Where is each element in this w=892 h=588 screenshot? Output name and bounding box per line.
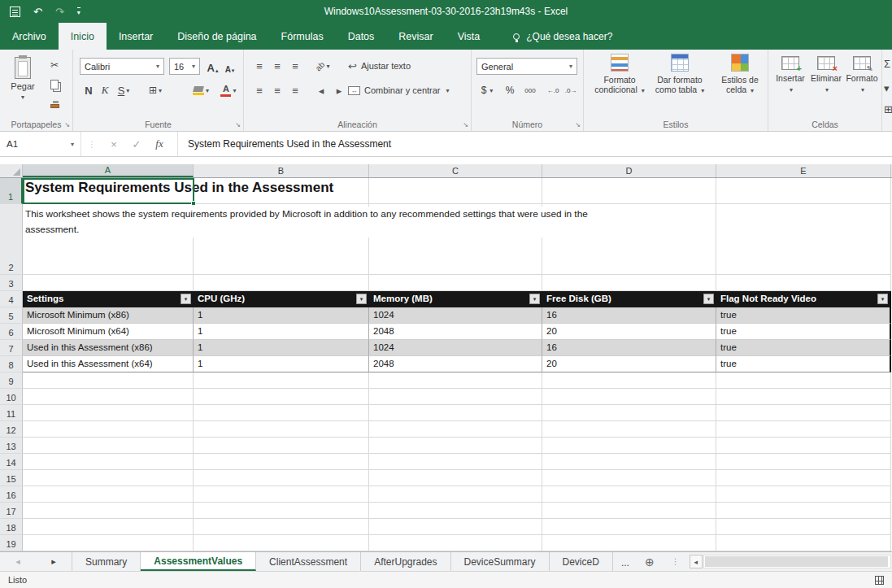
ribbon-tab-vista[interactable]: Vista bbox=[446, 23, 493, 50]
cell-A4[interactable]: Settings▾ bbox=[23, 291, 194, 307]
cell-E12[interactable] bbox=[716, 421, 891, 438]
cell-A6[interactable]: Microsoft Minimum (x64) bbox=[23, 324, 194, 340]
row-header-2[interactable]: 2 bbox=[0, 204, 23, 275]
horizontal-scrollbar[interactable] bbox=[703, 555, 891, 568]
dialog-launcher-icon[interactable]: ↘ bbox=[64, 122, 70, 128]
cell-A18[interactable] bbox=[23, 519, 194, 535]
cell-E9[interactable] bbox=[716, 372, 891, 389]
cell-D12[interactable] bbox=[542, 421, 716, 438]
cell-D11[interactable] bbox=[542, 405, 716, 421]
wrap-text-button[interactable]: ↩ Ajustar texto bbox=[348, 58, 411, 74]
filter-dropdown-icon[interactable]: ▾ bbox=[356, 294, 367, 304]
name-box[interactable]: A1 ▾ bbox=[0, 132, 81, 156]
cell-D8[interactable]: 20 bbox=[542, 356, 716, 372]
cell-E18[interactable] bbox=[716, 519, 891, 535]
cell-B6[interactable]: 1 bbox=[194, 324, 369, 340]
tab-scroll-splitter[interactable]: ⋮ bbox=[662, 552, 690, 571]
row-header-18[interactable]: 18 bbox=[0, 519, 23, 535]
formula-content[interactable]: System Requirements Used in the Assessme… bbox=[177, 132, 892, 156]
ribbon-tab-revisar[interactable]: Revisar bbox=[386, 23, 445, 50]
increase-indent-button[interactable]: ▸ bbox=[330, 82, 348, 98]
ribbon-tab-diseno[interactable]: Diseño de página bbox=[165, 23, 268, 50]
cell-D16[interactable] bbox=[542, 486, 716, 503]
cell-A17[interactable] bbox=[23, 503, 194, 519]
cell-D5[interactable]: 16 bbox=[542, 307, 716, 324]
column-header-E[interactable]: E bbox=[716, 164, 891, 177]
filter-dropdown-icon[interactable]: ▾ bbox=[877, 294, 888, 304]
cell-B4[interactable]: CPU (GHz)▾ bbox=[194, 291, 369, 307]
cell-C18[interactable] bbox=[369, 519, 542, 535]
clear-icon[interactable]: ⊞ bbox=[884, 103, 892, 115]
tabs-overflow-ellipsis[interactable]: ... bbox=[613, 552, 637, 571]
row-header-4[interactable]: 4 bbox=[0, 291, 23, 307]
cell-D19[interactable] bbox=[542, 535, 716, 551]
align-bottom-button[interactable]: ≡ bbox=[286, 58, 304, 74]
cell-A7[interactable]: Used in this Assessment (x86) bbox=[23, 340, 194, 356]
sheet-tab-assessmentvalues[interactable]: AssessmentValues bbox=[141, 552, 256, 571]
align-top-button[interactable]: ≡ bbox=[250, 58, 268, 74]
cell-D10[interactable] bbox=[542, 389, 716, 405]
bold-button[interactable]: N bbox=[80, 82, 98, 98]
cell-E7[interactable]: true bbox=[716, 340, 891, 356]
cell-C4[interactable]: Memory (MB)▾ bbox=[369, 291, 542, 307]
row-header-7[interactable]: 7 bbox=[0, 340, 23, 356]
cell-A16[interactable] bbox=[23, 486, 194, 503]
row-header-15[interactable]: 15 bbox=[0, 470, 23, 486]
cell-D15[interactable] bbox=[542, 470, 716, 486]
cell-C13[interactable] bbox=[369, 438, 542, 454]
row-header-17[interactable]: 17 bbox=[0, 503, 23, 519]
cell-D9[interactable] bbox=[542, 372, 716, 389]
row-header-9[interactable]: 9 bbox=[0, 372, 23, 389]
cell-A19[interactable] bbox=[23, 535, 194, 551]
cell-C10[interactable] bbox=[369, 389, 542, 405]
cell-C15[interactable] bbox=[369, 470, 542, 486]
undo-icon[interactable]: ↶ bbox=[33, 7, 42, 17]
conditional-formatting-button[interactable]: Formato condicional ▾ bbox=[590, 54, 649, 127]
borders-button[interactable]: ⊞▾ bbox=[143, 82, 168, 98]
row-header-11[interactable]: 11 bbox=[0, 405, 23, 421]
hscroll-left-arrow[interactable]: ◂ bbox=[690, 555, 703, 568]
cell-A10[interactable] bbox=[23, 389, 194, 405]
tell-me-box[interactable]: ¿Qué desea hacer? bbox=[513, 23, 612, 50]
column-header-A[interactable]: A bbox=[23, 164, 194, 177]
cell-C9[interactable] bbox=[369, 372, 542, 389]
select-all-button[interactable] bbox=[0, 164, 23, 177]
cell-styles-button[interactable]: Estilos de celda ▾ bbox=[711, 54, 769, 127]
cell-E2[interactable] bbox=[716, 204, 891, 275]
format-cells-button[interactable]: ✎ Formato ▾ bbox=[845, 56, 879, 121]
cell-D17[interactable] bbox=[542, 503, 716, 519]
cell-B3[interactable] bbox=[194, 275, 369, 291]
cell-C16[interactable] bbox=[369, 486, 542, 503]
column-header-B[interactable]: B bbox=[194, 164, 369, 177]
cell-B12[interactable] bbox=[194, 421, 369, 438]
cell-B13[interactable] bbox=[194, 438, 369, 454]
format-painter-button[interactable] bbox=[46, 98, 63, 114]
redo-icon[interactable]: ↷ bbox=[55, 7, 64, 17]
row-header-19[interactable]: 19 bbox=[0, 535, 23, 551]
filter-dropdown-icon[interactable]: ▾ bbox=[703, 294, 714, 304]
cell-A12[interactable] bbox=[23, 421, 194, 438]
font-color-button[interactable]: A▾ bbox=[216, 81, 241, 100]
cell-E14[interactable] bbox=[716, 454, 891, 470]
sheet-tab-devicesummary[interactable]: DeviceSummary bbox=[451, 552, 550, 571]
cell-E10[interactable] bbox=[716, 389, 891, 405]
cell-D3[interactable] bbox=[542, 275, 716, 291]
cell-B9[interactable] bbox=[194, 372, 369, 389]
ribbon-tab-datos[interactable]: Datos bbox=[336, 23, 387, 50]
column-header-D[interactable]: D bbox=[542, 164, 716, 177]
cell-C1[interactable] bbox=[369, 178, 542, 204]
filter-dropdown-icon[interactable]: ▾ bbox=[181, 294, 191, 304]
cell-A5[interactable]: Microsoft Minimum (x86) bbox=[23, 307, 194, 324]
cell-A2[interactable]: This worksheet shows the system requirem… bbox=[23, 204, 194, 275]
decrease-indent-button[interactable]: ◂ bbox=[312, 82, 330, 98]
underline-button[interactable]: S▾ bbox=[112, 82, 135, 98]
decrease-font-size-button[interactable]: A▾ bbox=[222, 58, 237, 74]
sheet-tab-deviced[interactable]: DeviceD bbox=[550, 552, 613, 571]
italic-button[interactable]: K bbox=[96, 82, 114, 98]
align-middle-button[interactable]: ≡ bbox=[268, 58, 286, 74]
cell-B19[interactable] bbox=[194, 535, 369, 551]
cell-C17[interactable] bbox=[369, 503, 542, 519]
cell-C14[interactable] bbox=[369, 454, 542, 470]
row-header-14[interactable]: 14 bbox=[0, 454, 23, 470]
cell-A8[interactable]: Used in this Assessment (x64) bbox=[23, 356, 194, 372]
